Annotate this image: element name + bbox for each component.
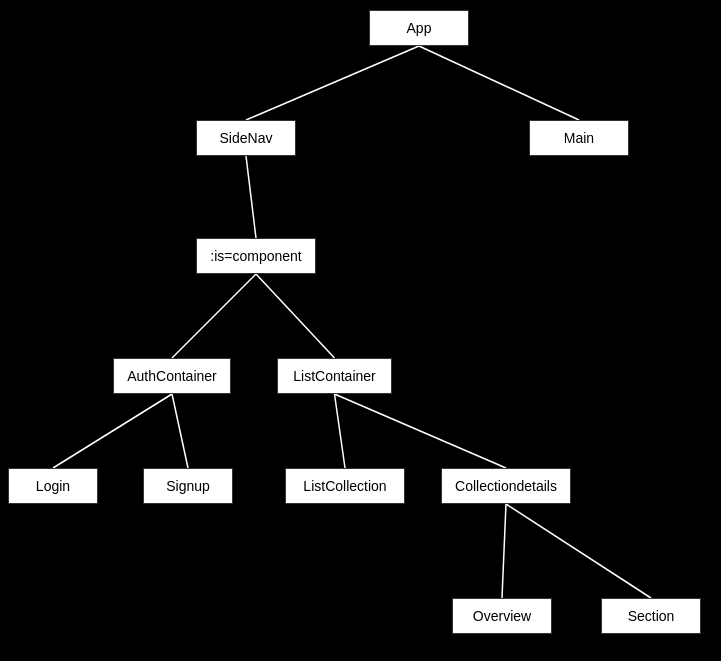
- svg-line-8: [335, 394, 507, 468]
- node-is_component: :is=component: [196, 238, 316, 274]
- svg-line-0: [246, 46, 419, 120]
- node-sidenav: SideNav: [196, 120, 296, 156]
- node-auth_container: AuthContainer: [113, 358, 231, 394]
- node-login: Login: [8, 468, 98, 504]
- node-signup: Signup: [143, 468, 233, 504]
- svg-line-2: [246, 156, 256, 238]
- svg-line-10: [506, 504, 651, 598]
- svg-line-5: [53, 394, 172, 468]
- svg-line-7: [335, 394, 346, 468]
- node-app: App: [369, 10, 469, 46]
- svg-line-9: [502, 504, 506, 598]
- node-main: Main: [529, 120, 629, 156]
- node-list_container: ListContainer: [277, 358, 392, 394]
- node-list_collection: ListCollection: [285, 468, 405, 504]
- connection-lines: [0, 0, 721, 661]
- svg-line-4: [256, 274, 335, 358]
- svg-line-1: [419, 46, 579, 120]
- svg-line-3: [172, 274, 256, 358]
- svg-line-6: [172, 394, 188, 468]
- node-overview: Overview: [452, 598, 552, 634]
- node-section: Section: [601, 598, 701, 634]
- node-collection_details: Collectiondetails: [441, 468, 571, 504]
